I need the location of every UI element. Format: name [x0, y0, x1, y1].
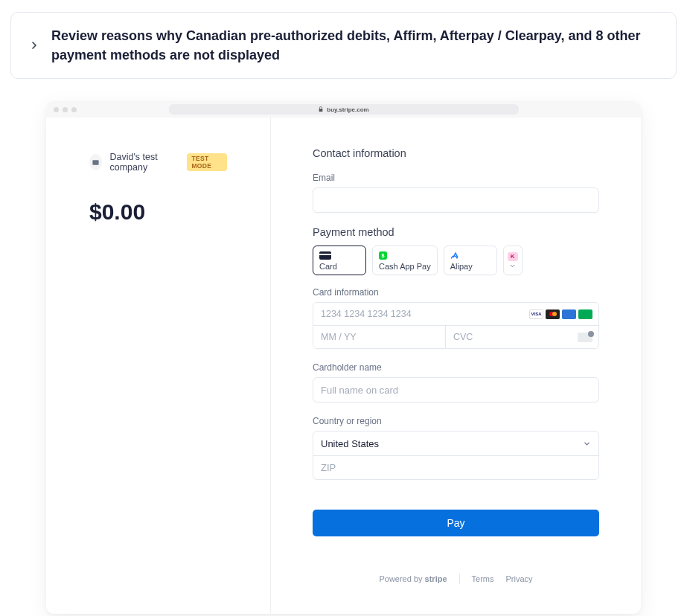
pm-tab-more[interactable]: K — [503, 246, 523, 275]
country-label: Country or region — [313, 416, 599, 426]
expiry-input[interactable] — [313, 326, 445, 348]
cvc-icon — [578, 333, 592, 342]
payment-method-heading: Payment method — [313, 226, 599, 238]
alipay-icon — [450, 251, 491, 260]
checkout-body: David's test company TEST MODE $0.00 Con… — [46, 118, 641, 614]
test-mode-badge: TEST MODE — [187, 153, 227, 171]
chevron-right-icon — [28, 39, 41, 51]
country-block: United States — [313, 431, 599, 480]
summary-pane: David's test company TEST MODE $0.00 — [46, 118, 271, 614]
pm-tab-card[interactable]: Card — [313, 246, 366, 275]
form-pane: Contact information Email Payment method… — [271, 118, 641, 614]
banner-text: Review reasons why Canadian pre-authoriz… — [51, 26, 659, 65]
pm-tab-label: Alipay — [450, 262, 491, 271]
url-bar: buy.stripe.com — [169, 104, 519, 115]
pm-tab-cashapp[interactable]: $ Cash App Pay — [372, 246, 438, 275]
url-text: buy.stripe.com — [327, 106, 368, 113]
terms-link[interactable]: Terms — [472, 574, 494, 583]
card-info-label: Card information — [313, 287, 599, 298]
email-input[interactable] — [313, 187, 599, 213]
cardholder-input[interactable] — [313, 377, 599, 402]
review-banner[interactable]: Review reasons why Canadian pre-authoriz… — [10, 12, 677, 79]
card-block: VISA — [313, 302, 599, 349]
card-brand-icons: VISA — [529, 309, 598, 319]
svg-rect-2 — [319, 254, 331, 255]
jcb-icon — [578, 309, 592, 319]
pm-tab-label: Cash App Pay — [379, 262, 431, 271]
country-value: United States — [321, 438, 583, 449]
payment-method-tabs: Card $ Cash App Pay Alipay K — [313, 246, 599, 275]
country-select[interactable]: United States — [313, 431, 598, 455]
unionpay-icon — [562, 309, 576, 319]
email-label: Email — [313, 173, 599, 183]
cvc-input[interactable] — [446, 326, 578, 348]
browser-window: buy.stripe.com David's test company TEST… — [46, 101, 641, 614]
svg-rect-1 — [319, 251, 331, 260]
lock-icon — [318, 106, 324, 112]
cardholder-label: Cardholder name — [313, 362, 599, 373]
merchant-name: David's test company — [109, 152, 179, 173]
amount: $0.00 — [89, 199, 227, 225]
browser-chrome: buy.stripe.com — [46, 101, 641, 118]
pm-tab-label: Card — [319, 262, 360, 271]
visa-icon: VISA — [529, 309, 543, 319]
chevron-down-icon — [509, 263, 516, 269]
footer: Powered by stripe Terms Privacy — [313, 536, 599, 584]
zip-input[interactable] — [321, 462, 591, 473]
klarna-icon: K — [508, 252, 518, 261]
card-icon — [319, 251, 360, 260]
privacy-link[interactable]: Privacy — [506, 574, 533, 583]
divider — [459, 574, 460, 584]
merchant-row: David's test company TEST MODE — [89, 152, 227, 173]
powered-by: Powered by stripe — [379, 574, 447, 583]
pm-tab-alipay[interactable]: Alipay — [444, 246, 497, 275]
chevron-down-icon — [583, 440, 591, 448]
mastercard-icon — [546, 309, 560, 319]
contact-heading: Contact information — [313, 147, 599, 159]
svg-text:$: $ — [382, 252, 385, 258]
merchant-icon — [89, 154, 102, 170]
traffic-dot — [54, 107, 59, 112]
svg-rect-0 — [93, 160, 99, 164]
cashapp-icon: $ — [379, 251, 431, 260]
traffic-dot — [71, 107, 77, 112]
traffic-dot — [63, 107, 68, 112]
pay-button[interactable]: Pay — [313, 510, 599, 536]
traffic-lights — [54, 107, 77, 112]
card-number-input[interactable] — [313, 303, 529, 325]
stripe-logo: stripe — [425, 574, 447, 583]
